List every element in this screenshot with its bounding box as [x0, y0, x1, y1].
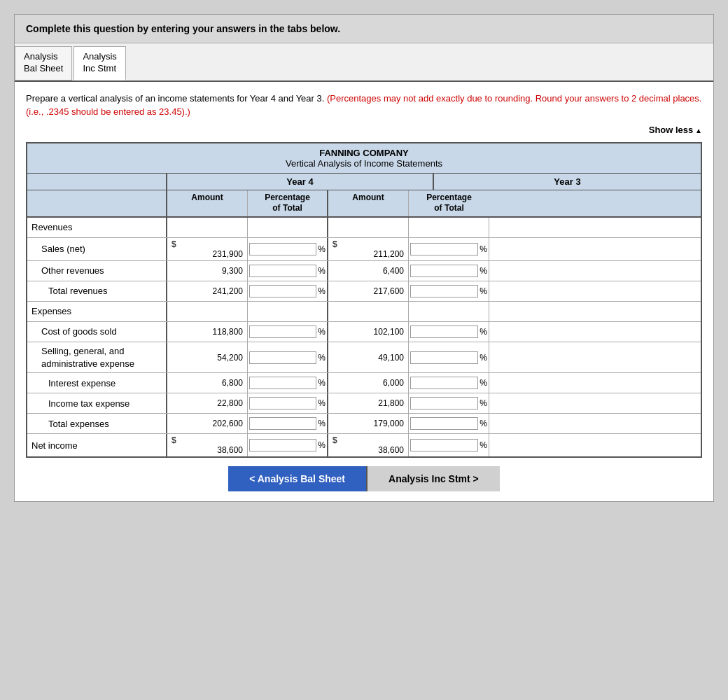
pct-sales-net-y4[interactable]: % [248, 238, 328, 260]
table-row: Total expenses 202,600 % 179,000 % [27, 414, 701, 434]
pct-interest-y3[interactable]: % [409, 373, 489, 393]
pct-cogs-y4[interactable]: % [248, 322, 328, 342]
input-pct-total-exp-y3[interactable] [410, 417, 478, 430]
row-label-total-revenues: Total revenues [27, 281, 167, 301]
nav-buttons: < Analysis Bal Sheet Analysis Inc Stmt > [26, 466, 702, 491]
col-amount-y3: Amount [328, 190, 409, 216]
input-pct-cogs-y4[interactable] [249, 326, 316, 338]
col-pct-y4: Percentageof Total [248, 190, 328, 216]
row-label-total-expenses: Total expenses [27, 414, 167, 433]
row-label-net-income: Net income [27, 434, 167, 456]
input-pct-total-rev-y4[interactable] [249, 285, 316, 298]
pct-cogs-y3[interactable]: % [409, 322, 489, 342]
show-less[interactable]: Show less [26, 125, 702, 135]
content-area: Prepare a vertical analysis of an income… [15, 82, 713, 502]
input-pct-interest-y4[interactable] [249, 377, 316, 389]
input-pct-interest-y3[interactable] [410, 377, 478, 389]
pct-net-income-y3[interactable]: % [409, 434, 489, 456]
input-pct-tax-y3[interactable] [410, 397, 478, 410]
instructions-text: Prepare a vertical analysis of an income… [26, 92, 702, 119]
row-label-cogs: Cost of goods sold [27, 322, 167, 342]
tab-bal-sheet[interactable]: Analysis Bal Sheet [15, 46, 72, 80]
tab-inc-stmt[interactable]: Analysis Inc Stmt [74, 46, 125, 80]
input-pct-total-rev-y3[interactable] [410, 285, 478, 298]
pct-total-exp-y4[interactable]: % [248, 414, 328, 433]
company-header: FANNING COMPANY Vertical Analysis of Inc… [27, 144, 701, 174]
row-label-interest: Interest expense [27, 373, 167, 393]
col-pct-y3: Percentageof Total [409, 190, 489, 216]
input-pct-other-rev-y3[interactable] [410, 265, 478, 277]
pct-sales-net-y3[interactable]: % [409, 238, 489, 260]
table-row: Income tax expense 22,800 % 21,800 % [27, 393, 701, 414]
input-pct-net-income-y3[interactable] [410, 439, 478, 451]
input-pct-sales-net-y4[interactable] [249, 243, 316, 255]
income-statement-table: FANNING COMPANY Vertical Analysis of Inc… [26, 142, 702, 458]
input-pct-tax-y4[interactable] [249, 397, 316, 410]
instruction-bar: Complete this question by entering your … [15, 15, 713, 43]
table-row: Net income $ 38,600 % $ 38,600 [27, 434, 701, 456]
table-row: Revenues [27, 218, 701, 238]
tabs-row: Analysis Bal Sheet Analysis Inc Stmt [15, 43, 713, 82]
input-pct-cogs-y3[interactable] [410, 326, 478, 338]
pct-tax-y3[interactable]: % [409, 393, 489, 413]
input-pct-sales-net-y3[interactable] [410, 243, 478, 255]
show-less-link[interactable]: Show less [649, 125, 702, 135]
row-label-expenses: Expenses [27, 302, 167, 321]
pct-total-exp-y3[interactable]: % [409, 414, 489, 433]
table-row: Cost of goods sold 118,800 % 102,100 % [27, 322, 701, 342]
table-title: Vertical Analysis of Income Statements [31, 158, 696, 169]
year4-header: Year 4 [167, 174, 434, 190]
row-label-revenues: Revenues [27, 218, 167, 237]
row-label-sga: Selling, general, and administrative exp… [27, 342, 167, 372]
pct-interest-y4[interactable]: % [248, 373, 328, 393]
company-name: FANNING COMPANY [31, 148, 696, 158]
input-pct-other-rev-y4[interactable] [249, 265, 316, 277]
pct-net-income-y4[interactable]: % [248, 434, 328, 456]
table-row: Selling, general, and administrative exp… [27, 342, 701, 373]
next-button[interactable]: Analysis Inc Stmt > [366, 466, 500, 491]
row-label-tax: Income tax expense [27, 393, 167, 413]
col-amount-y4: Amount [167, 190, 248, 216]
table-row: Expenses [27, 302, 701, 322]
pct-sga-y3[interactable]: % [409, 342, 489, 372]
table-row: Interest expense 6,800 % 6,000 % [27, 373, 701, 393]
table-row: Total revenues 241,200 % 217,600 % [27, 281, 701, 302]
table-row: Other revenues 9,300 % 6,400 % [27, 261, 701, 281]
prev-button[interactable]: < Analysis Bal Sheet [228, 466, 366, 491]
input-pct-sga-y3[interactable] [410, 351, 478, 364]
pct-tax-y4[interactable]: % [248, 393, 328, 413]
input-pct-sga-y4[interactable] [249, 351, 316, 364]
instruction-text: Complete this question by entering your … [26, 23, 340, 34]
pct-total-rev-y3[interactable]: % [409, 281, 489, 301]
year3-header: Year 3 [434, 174, 701, 190]
pct-sga-y4[interactable]: % [248, 342, 328, 372]
pct-other-rev-y4[interactable]: % [248, 261, 328, 281]
input-pct-net-income-y4[interactable] [249, 439, 316, 451]
pct-total-rev-y4[interactable]: % [248, 281, 328, 301]
pct-other-rev-y3[interactable]: % [409, 261, 489, 281]
table-row: Sales (net) $ 231,900 % $ 211,200 [27, 238, 701, 261]
row-label-sales-net: Sales (net) [27, 238, 167, 260]
input-pct-total-exp-y4[interactable] [249, 417, 316, 430]
row-label-other-revenues: Other revenues [27, 261, 167, 281]
